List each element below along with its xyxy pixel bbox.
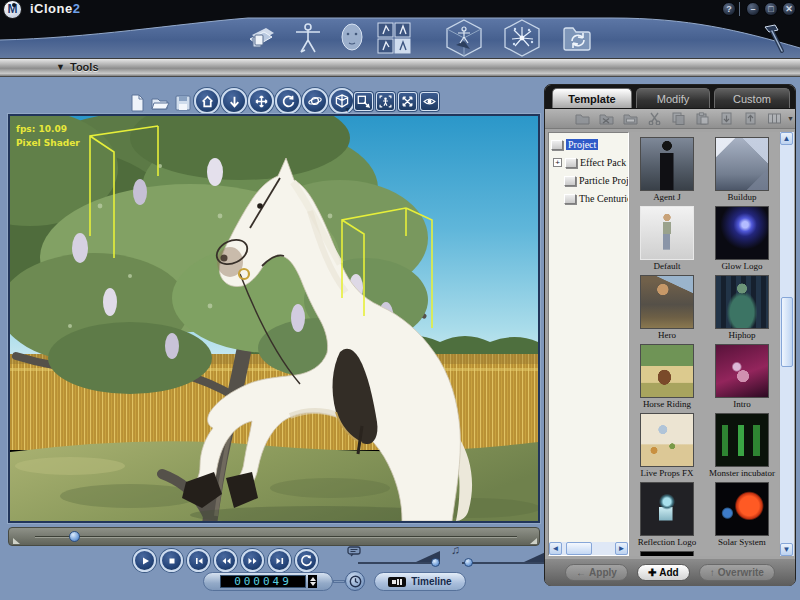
open-file-button[interactable] — [150, 94, 168, 112]
3d-viewport[interactable]: fps: 10.09 Pixel Shader — [8, 114, 540, 523]
frame-counter[interactable]: 000049 — [203, 572, 333, 591]
music-volume-thumb[interactable] — [464, 558, 473, 567]
template-item[interactable]: Default — [631, 206, 703, 271]
template-item[interactable]: Agent J — [631, 137, 703, 202]
cube-view-dropdown-icon[interactable]: ▼ — [344, 106, 351, 113]
template-item[interactable]: Solar System — [706, 482, 778, 547]
template-thumbnail[interactable] — [715, 482, 769, 536]
template-thumbnail[interactable] — [715, 206, 769, 260]
scrub-thumb[interactable] — [69, 531, 80, 542]
play-button[interactable] — [133, 549, 156, 572]
home-view-button[interactable] — [194, 88, 220, 114]
import-icon[interactable] — [719, 112, 734, 125]
tree-horizontal-scrollbar[interactable]: ◄ ► — [549, 542, 628, 555]
scroll-up-icon[interactable]: ▲ — [780, 132, 793, 145]
go-start-button[interactable] — [187, 549, 210, 572]
pan-down-button[interactable] — [221, 88, 247, 114]
tree-item-project[interactable]: Project — [551, 137, 598, 152]
maximize-button[interactable]: □ — [764, 2, 778, 16]
timeline-scrubber[interactable] — [8, 527, 540, 546]
tab-template[interactable]: Template — [552, 88, 632, 108]
tab-custom[interactable]: Custom — [714, 88, 790, 108]
copy-icon[interactable] — [671, 112, 686, 125]
scroll-down-icon[interactable]: ▼ — [780, 543, 793, 556]
template-thumbnail[interactable] — [640, 137, 694, 191]
particle-button[interactable] — [502, 20, 542, 56]
stage-button[interactable] — [444, 20, 484, 56]
maximize-view-button[interactable] — [398, 92, 417, 111]
new-file-button[interactable] — [128, 94, 146, 112]
grid-vscroll-thumb[interactable] — [781, 297, 793, 367]
view-mode-dropdown-icon[interactable]: ▼ — [787, 115, 794, 122]
minimize-button[interactable]: – — [746, 2, 760, 16]
move-button[interactable] — [248, 88, 274, 114]
frame-up-icon[interactable] — [310, 577, 316, 581]
tree-hscroll-thumb[interactable] — [566, 542, 592, 555]
actor-button[interactable] — [288, 20, 328, 56]
template-thumbnail[interactable] — [640, 275, 694, 329]
template-item[interactable]: Glow Logo — [706, 206, 778, 271]
template-item[interactable]: Horse Riding — [631, 344, 703, 409]
delete-icon[interactable] — [599, 112, 614, 125]
rename-icon[interactable] — [623, 112, 638, 125]
template-thumbnail[interactable] — [640, 344, 694, 398]
stop-button[interactable] — [160, 549, 183, 572]
scroll-left-icon[interactable]: ◄ — [549, 542, 562, 555]
template-thumbnail[interactable] — [715, 344, 769, 398]
add-button[interactable]: ✚Add — [637, 564, 690, 581]
tree-item-particle-project[interactable]: Particle Proje — [564, 173, 629, 188]
apply-button[interactable]: ←Apply — [565, 564, 628, 581]
hammer-tool-button[interactable] — [752, 20, 792, 56]
frame-down-icon[interactable] — [310, 582, 316, 586]
template-thumbnail[interactable] — [640, 206, 694, 260]
actor-frame-button[interactable] — [376, 92, 395, 111]
template-item[interactable]: Live Props FX — [631, 413, 703, 478]
template-thumbnail[interactable] — [640, 551, 694, 556]
tools-label[interactable]: Tools — [70, 61, 99, 73]
cut-icon[interactable] — [647, 112, 662, 125]
template-item[interactable]: Reflection Logo — [631, 482, 703, 547]
template-item[interactable]: Hero — [631, 275, 703, 340]
template-thumbnail[interactable] — [715, 413, 769, 467]
media-button[interactable] — [558, 20, 598, 56]
scroll-right-icon[interactable]: ► — [615, 542, 628, 555]
template-thumbnail[interactable] — [715, 275, 769, 329]
help-button[interactable]: ? — [722, 2, 736, 16]
template-item[interactable]: Hiphop — [706, 275, 778, 340]
grid-vertical-scrollbar[interactable]: ▲ ▼ — [780, 132, 794, 556]
camera-view-button[interactable] — [420, 92, 439, 111]
tree-item-effect-pack[interactable]: + Effect Pack — [553, 155, 626, 170]
time-mode-button[interactable] — [345, 571, 365, 591]
tree-item-the-centurion[interactable]: The Centurio — [564, 191, 629, 206]
template-thumbnail[interactable] — [715, 137, 769, 191]
music-volume-track[interactable] — [462, 562, 548, 564]
template-item[interactable]: Monster incubator — [706, 413, 778, 478]
scrub-track[interactable] — [35, 536, 517, 538]
paste-icon[interactable] — [695, 112, 710, 125]
view-mode-icon[interactable] — [767, 112, 782, 125]
template-item[interactable]: Intro — [706, 344, 778, 409]
template-thumbnail[interactable] — [640, 413, 694, 467]
export-icon[interactable] — [743, 112, 758, 125]
new-folder-icon[interactable] — [575, 112, 590, 125]
expand-plus-icon[interactable]: + — [553, 158, 562, 167]
voice-volume-thumb[interactable] — [431, 558, 440, 567]
orbit-button[interactable] — [302, 88, 328, 114]
zoom-select-button[interactable] — [354, 92, 373, 111]
fast-forward-button[interactable] — [241, 549, 264, 572]
tools-collapse-icon[interactable]: ▼ — [56, 62, 65, 72]
go-end-button[interactable] — [268, 549, 291, 572]
overwrite-button[interactable]: ↑Overwrite — [699, 564, 775, 581]
template-item-partial[interactable] — [631, 551, 703, 556]
template-thumbnail[interactable] — [640, 482, 694, 536]
rotate-button[interactable] — [275, 88, 301, 114]
tab-modify[interactable]: Modify — [636, 88, 710, 108]
rewind-button[interactable] — [214, 549, 237, 572]
timeline-button[interactable]: Timeline — [374, 572, 466, 591]
frame-spinner[interactable] — [308, 575, 317, 588]
template-item[interactable]: Buildup — [706, 137, 778, 202]
motion-button[interactable] — [374, 20, 414, 56]
loop-button[interactable] — [295, 549, 318, 572]
face-button[interactable] — [332, 20, 372, 56]
save-file-button[interactable] — [174, 94, 192, 112]
